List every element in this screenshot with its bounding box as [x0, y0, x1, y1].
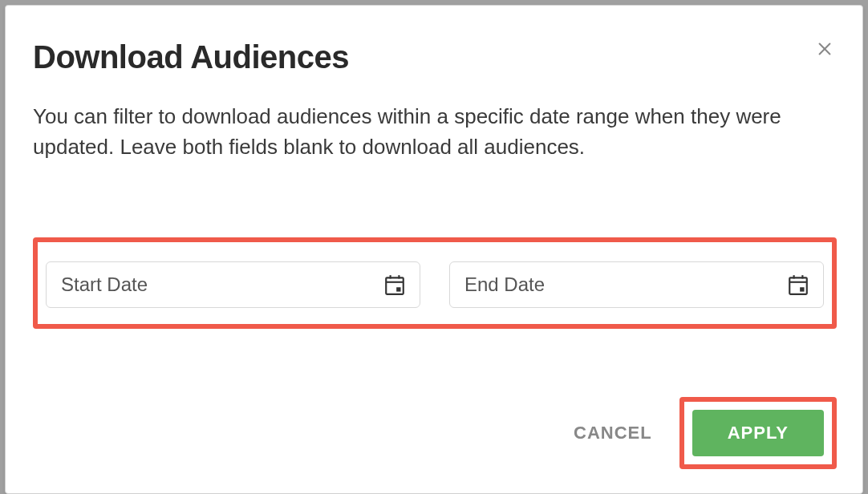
modal-header: Download Audiences	[33, 39, 837, 75]
download-audiences-modal: Download Audiences You can filter to dow…	[5, 5, 863, 494]
modal-description: You can filter to download audiences wit…	[33, 102, 837, 162]
calendar-icon	[384, 273, 405, 296]
end-date-placeholder: End Date	[464, 273, 545, 296]
apply-button[interactable]: APPLY	[692, 410, 824, 456]
svg-rect-11	[800, 288, 804, 292]
cancel-button[interactable]: CANCEL	[570, 411, 655, 455]
close-button[interactable]	[813, 36, 837, 65]
date-range-section: Start Date End Date	[33, 237, 837, 329]
start-date-input[interactable]: Start Date	[46, 261, 420, 308]
start-date-placeholder: Start Date	[61, 273, 148, 296]
close-icon	[816, 38, 834, 63]
apply-button-highlight: APPLY	[679, 397, 837, 469]
end-date-input[interactable]: End Date	[449, 261, 824, 308]
svg-rect-7	[789, 278, 807, 294]
modal-footer: CANCEL APPLY	[570, 397, 837, 469]
svg-rect-6	[396, 288, 400, 292]
calendar-icon	[788, 273, 809, 296]
svg-rect-2	[386, 278, 404, 294]
modal-title: Download Audiences	[33, 39, 349, 75]
